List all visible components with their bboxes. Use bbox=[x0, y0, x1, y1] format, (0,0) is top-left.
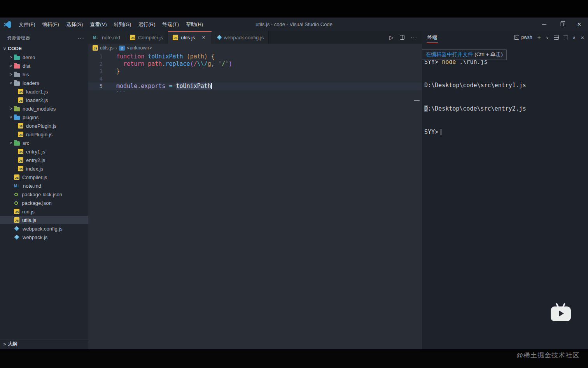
js-file-icon bbox=[18, 157, 23, 163]
title-bar: 文件(F) 编辑(E) 选择(S) 查看(V) 转到(G) 运行(R) 终端(T… bbox=[0, 18, 588, 31]
js-file-icon bbox=[18, 149, 23, 154]
js-file-icon bbox=[14, 209, 19, 214]
tree-item-run-js[interactable]: run.js bbox=[0, 207, 88, 216]
folder-icon bbox=[14, 64, 20, 69]
webpack-file-icon bbox=[217, 35, 222, 40]
hint-dots: ··· bbox=[116, 88, 126, 95]
terminal-line-link[interactable]: D:\Desktop\code\src\entry1.js bbox=[424, 81, 588, 89]
tree-item-demo[interactable]: >demo bbox=[0, 53, 88, 62]
chevron-down-icon: > bbox=[8, 140, 14, 146]
js-file-icon bbox=[130, 35, 135, 40]
shell-label: pwsh bbox=[521, 35, 532, 40]
terminal-actions: >_ pwsh + ∨ ∧ × bbox=[514, 34, 584, 41]
close-icon[interactable]: × bbox=[200, 34, 206, 41]
symbol-icon: @ bbox=[119, 46, 125, 51]
tree-item-loaders[interactable]: >loaders bbox=[0, 79, 88, 87]
terminal-line-link[interactable]: D:\Desktop\code\src\entry2.js bbox=[424, 105, 588, 113]
terminal-prompt: SYY> bbox=[424, 128, 588, 136]
folder-plugins-icon bbox=[14, 116, 20, 120]
code-line-1: 1function toUnixPath (path) { bbox=[88, 53, 422, 60]
tab-utils-js[interactable]: utils.js × bbox=[168, 31, 212, 44]
tree-item-node-modules[interactable]: >node_modules bbox=[0, 104, 88, 113]
js-file-icon bbox=[18, 89, 23, 94]
code-line-5: 5module.exports = toUnixPath ··· bbox=[88, 83, 422, 90]
tree-item-doneplugin[interactable]: donePlugin.js bbox=[0, 121, 88, 130]
webpack-file-icon bbox=[14, 226, 19, 231]
terminal-icon: >_ bbox=[514, 35, 519, 40]
project-section-header[interactable]: > CODE bbox=[0, 44, 88, 53]
new-terminal-icon[interactable]: + bbox=[537, 34, 541, 41]
chevron-right-icon: > bbox=[8, 55, 14, 60]
editor-actions: ▷ ··· bbox=[385, 31, 422, 44]
menu-file[interactable]: 文件(F) bbox=[15, 18, 39, 31]
selected-text: toUnixPath bbox=[176, 83, 211, 90]
split-terminal-icon[interactable] bbox=[554, 35, 559, 40]
tree-item-loader1[interactable]: loader1.js bbox=[0, 87, 88, 96]
tab-bar: note.md Compiler.js utils.js × webpack.c… bbox=[88, 31, 422, 44]
menu-help[interactable]: 帮助(H) bbox=[182, 18, 206, 31]
tree-item-webpack-config[interactable]: webpack.config.js bbox=[0, 224, 88, 233]
line-number: 4 bbox=[88, 75, 106, 83]
watermark-text: @稀土掘金技术社区 bbox=[516, 351, 579, 360]
tree-item-utils-js[interactable]: utils.js bbox=[0, 216, 88, 224]
breadcrumb-file[interactable]: utils.js bbox=[100, 45, 114, 51]
close-button[interactable]: × bbox=[570, 18, 588, 31]
link-tooltip: 在编辑器中打开文件 (Ctrl + 单击) bbox=[422, 49, 507, 60]
more-actions-icon[interactable]: ··· bbox=[411, 34, 417, 40]
menu-view[interactable]: 查看(V) bbox=[86, 18, 110, 31]
code-editor[interactable]: 1function toUnixPath (path) { 2 return p… bbox=[88, 52, 422, 349]
breadcrumb[interactable]: utils.js › @ <unknown> bbox=[88, 44, 422, 52]
overview-ruler-marker bbox=[414, 100, 420, 101]
tab-compiler-js[interactable]: Compiler.js bbox=[125, 31, 168, 44]
js-file-icon bbox=[14, 174, 19, 180]
terminal-output[interactable]: SYY> node .\run.js D:\Desktop\code\src\e… bbox=[422, 42, 588, 159]
menu-run[interactable]: 运行(R) bbox=[135, 18, 159, 31]
tree-item-runplugin[interactable]: runPlugin.js bbox=[0, 130, 88, 139]
restore-button[interactable] bbox=[553, 18, 570, 31]
letterbox-bottom: @稀土掘金技术社区 bbox=[0, 349, 588, 368]
tree-item-dist[interactable]: >dist bbox=[0, 62, 88, 70]
tab-webpack-config[interactable]: webpack.config.js bbox=[212, 31, 269, 44]
menu-go[interactable]: 转到(G) bbox=[110, 18, 135, 31]
tab-terminal[interactable]: 终端 bbox=[427, 34, 438, 43]
markdown-file-icon bbox=[93, 35, 99, 40]
tree-item-loader2[interactable]: loader2.js bbox=[0, 96, 88, 104]
menu-terminal[interactable]: 终端(T) bbox=[159, 18, 182, 31]
tree-item-his[interactable]: >his bbox=[0, 70, 88, 79]
line-number: 1 bbox=[88, 53, 106, 60]
folder-icon bbox=[14, 73, 20, 77]
chevron-right-icon: > bbox=[8, 106, 14, 111]
terminal-panel: 终端 >_ pwsh + ∨ ∧ × SYY bbox=[422, 31, 588, 349]
run-file-icon[interactable]: ▷ bbox=[389, 34, 394, 40]
webpack-file-icon bbox=[14, 234, 19, 239]
tree-item-compiler[interactable]: Compiler.js bbox=[0, 173, 88, 181]
tree-item-note-md[interactable]: note.md bbox=[0, 181, 88, 190]
chevron-down-icon[interactable]: ∨ bbox=[546, 35, 549, 40]
js-file-icon bbox=[173, 35, 178, 40]
breadcrumb-symbol[interactable]: <unknown> bbox=[127, 45, 152, 51]
kill-terminal-icon[interactable] bbox=[564, 36, 567, 40]
shell-selector[interactable]: >_ pwsh bbox=[514, 35, 532, 40]
tooltip-link[interactable]: 在编辑器中打开文件 bbox=[426, 51, 473, 57]
tree-item-webpack-js[interactable]: webpack.js bbox=[0, 233, 88, 241]
tree-item-package-lock[interactable]: package-lock.json bbox=[0, 190, 88, 199]
breadcrumb-separator: › bbox=[116, 45, 117, 51]
menu-selection[interactable]: 选择(S) bbox=[63, 18, 86, 31]
more-actions-icon[interactable]: ··· bbox=[77, 35, 84, 41]
tree-item-plugins[interactable]: >plugins bbox=[0, 113, 88, 121]
split-editor-icon[interactable] bbox=[400, 35, 404, 40]
tree-item-index[interactable]: index.js bbox=[0, 164, 88, 173]
close-panel-icon[interactable]: × bbox=[581, 34, 584, 41]
minimize-button[interactable] bbox=[536, 18, 553, 31]
tree-item-src[interactable]: >src bbox=[0, 139, 88, 147]
tree-item-entry1[interactable]: entry1.js bbox=[0, 147, 88, 156]
maximize-panel-icon[interactable]: ∧ bbox=[572, 35, 576, 40]
line-number: 2 bbox=[88, 60, 106, 68]
tab-note-md[interactable]: note.md bbox=[88, 31, 125, 44]
outline-section-header[interactable]: > 大纲 bbox=[0, 340, 88, 348]
tree-item-package-json[interactable]: package.json bbox=[0, 199, 88, 207]
tree-item-entry2[interactable]: entry2.js bbox=[0, 156, 88, 164]
folder-icon bbox=[14, 56, 20, 60]
menu-edit[interactable]: 编辑(E) bbox=[39, 18, 63, 31]
text-cursor bbox=[211, 83, 212, 89]
